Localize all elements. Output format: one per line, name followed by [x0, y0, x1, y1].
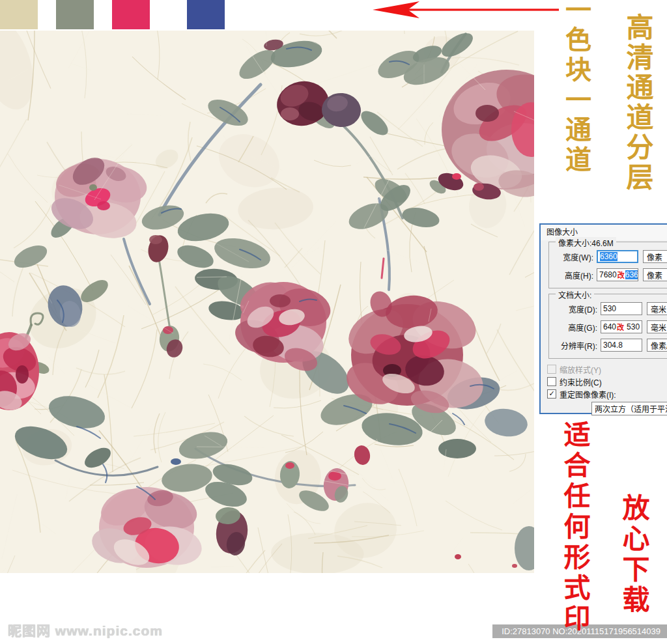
doc-width-input[interactable]: 530	[601, 302, 642, 315]
document-size-group: 文档大小: 宽度(D):530毫米高度(G):640改530毫米分辨率(R):3…	[548, 294, 667, 359]
resample-image-checkbox[interactable]: ✓	[547, 389, 556, 399]
pixel-dimensions-group: 像素大小:46.6M 宽度(W):6360像素高度(H):7680改6360像素	[548, 242, 667, 288]
doc-height-unit-select[interactable]: 毫米	[647, 320, 667, 333]
pixel-height-edit-mark: 改	[617, 270, 625, 280]
site-watermark: 昵图网 www.nipic.com	[8, 620, 163, 639]
scale-styles-checkbox	[547, 365, 556, 374]
left-arrow-icon	[365, 0, 567, 22]
doc-height-edit-mark: 改	[617, 322, 624, 332]
red-caption-right: 放心下载	[614, 494, 653, 616]
pixel-height-input[interactable]: 7680改6360	[597, 268, 638, 281]
scale-styles-checkbox-label: 缩放样式(Y)	[560, 364, 601, 375]
resolution-row: 分辨率(R):304.8像素/英寸	[552, 338, 667, 352]
resample-method-dropdown[interactable]: 两次立方（适用于平滑渐变	[591, 402, 667, 415]
pixel-height-unit-select[interactable]: 像素	[643, 268, 667, 281]
document-size-label: 文档大小:	[556, 289, 594, 300]
color-swatch-beige	[0, 0, 38, 29]
constrain-proportions-checkbox-row: 约束比例(C)	[547, 376, 667, 387]
color-swatch-pink	[112, 0, 150, 29]
doc-height-label: 高度(G):	[552, 322, 597, 333]
color-swatch-sage	[56, 0, 94, 29]
constrain-proportions-checkbox-label: 约束比例(C)	[560, 376, 602, 387]
doc-width-label: 宽度(D):	[552, 303, 597, 315]
floral-pattern-image	[0, 31, 534, 573]
scale-styles-checkbox-row: 缩放样式(Y)	[547, 364, 667, 374]
resolution-unit-select[interactable]: 像素/英寸	[647, 339, 667, 352]
resample-image-checkbox-label: 重定图像像素(I):	[560, 389, 616, 400]
pixel-height-row: 高度(H):7680改6360像素	[552, 268, 667, 282]
gold-caption-left: 一色块一通道	[558, 0, 595, 176]
image-size-dialog: 图像大小 像素大小:46.6M 宽度(W):6360像素高度(H):7680改6…	[539, 223, 667, 414]
doc-height-input[interactable]: 640改530	[601, 320, 642, 333]
gold-caption-right: 高清通道分层	[617, 13, 657, 193]
doc-height-row: 高度(G):640改530毫米	[552, 320, 667, 334]
constrain-proportions-checkbox[interactable]	[547, 377, 556, 386]
pixel-width-row: 宽度(W):6360像素	[552, 249, 667, 264]
resample-image-checkbox-row: ✓重定图像像素(I):	[547, 389, 667, 399]
resolution-input[interactable]: 304.8	[601, 339, 642, 352]
resolution-label: 分辨率(R):	[552, 340, 597, 351]
color-swatch-navy	[187, 0, 225, 29]
red-caption-left: 适合任何形式印	[555, 421, 594, 635]
doc-width-row: 宽度(D):530毫米	[552, 301, 667, 316]
pixel-dimensions-label: 像素大小:46.6M	[556, 237, 616, 248]
pixel-height-label: 高度(H):	[552, 270, 593, 281]
pixel-width-input[interactable]: 6360	[597, 250, 638, 263]
pixel-width-label: 宽度(W):	[552, 251, 593, 262]
pixel-width-unit-select[interactable]: 像素	[643, 250, 667, 263]
doc-width-unit-select[interactable]: 毫米	[647, 302, 667, 315]
